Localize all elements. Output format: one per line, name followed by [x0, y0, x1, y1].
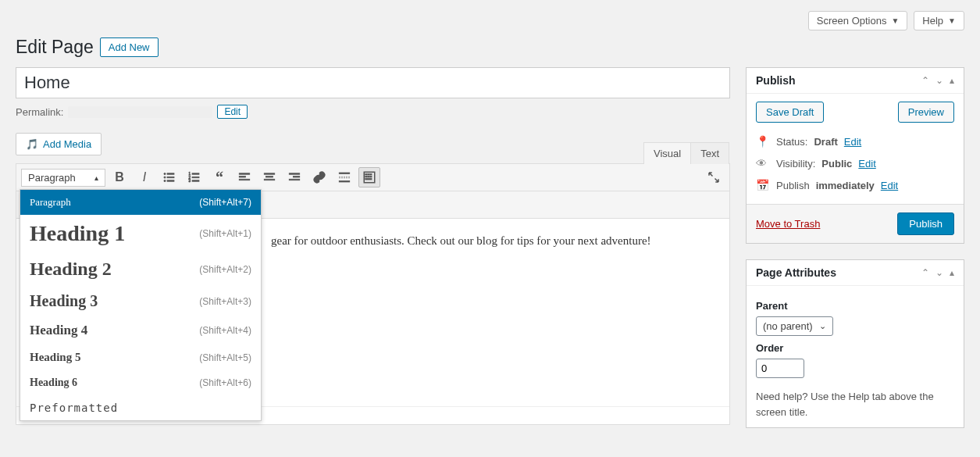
order-label: Order: [756, 342, 954, 354]
svg-rect-18: [289, 173, 300, 175]
svg-rect-28: [365, 177, 367, 178]
svg-point-0: [164, 173, 166, 174]
add-media-button[interactable]: 🎵 Add Media: [16, 133, 102, 155]
svg-rect-12: [239, 173, 250, 175]
triangle-up-icon[interactable]: ▴: [950, 267, 954, 278]
preview-button[interactable]: Preview: [898, 102, 954, 123]
svg-rect-7: [192, 173, 199, 175]
svg-rect-16: [266, 177, 273, 178]
format-option[interactable]: Heading 5(Shift+Alt+5): [20, 345, 261, 370]
svg-rect-20: [289, 179, 300, 180]
svg-rect-26: [368, 174, 369, 176]
format-option[interactable]: Heading 3(Shift+Alt+3): [20, 286, 261, 316]
help-button[interactable]: Help ▼: [914, 11, 964, 30]
screen-options-button[interactable]: Screen Options ▼: [808, 11, 908, 30]
music-note-icon: 🎵: [26, 138, 38, 150]
pin-icon: 📍: [756, 135, 770, 148]
schedule-edit-link[interactable]: Edit: [881, 180, 898, 191]
bulleted-list-button[interactable]: [159, 167, 180, 187]
bold-button[interactable]: B: [109, 167, 130, 187]
svg-point-2: [164, 177, 166, 178]
permalink-label: Permalink:: [16, 106, 63, 118]
read-more-button[interactable]: [333, 167, 355, 187]
format-option[interactable]: Heading 4(Shift+Alt+4): [20, 316, 261, 345]
post-title-input[interactable]: [16, 67, 730, 98]
save-draft-button[interactable]: Save Draft: [756, 102, 824, 123]
order-input[interactable]: [756, 359, 804, 378]
format-option[interactable]: Heading 6(Shift+Alt+6): [20, 370, 261, 395]
svg-point-4: [164, 180, 166, 181]
svg-rect-22: [339, 177, 350, 178]
chevron-down-icon[interactable]: ⌄: [935, 267, 943, 278]
status-edit-link[interactable]: Edit: [844, 136, 861, 148]
svg-rect-9: [192, 177, 199, 178]
format-option[interactable]: Paragraph(Shift+Alt+7): [20, 190, 261, 215]
tab-visual[interactable]: Visual: [643, 142, 691, 165]
blockquote-button[interactable]: “: [208, 167, 230, 187]
tab-text[interactable]: Text: [690, 142, 729, 165]
add-new-button[interactable]: Add New: [100, 37, 159, 57]
page-attributes-title: Page Attributes: [756, 266, 836, 279]
permalink-edit-button[interactable]: Edit: [217, 105, 248, 119]
format-option[interactable]: Heading 2(Shift+Alt+2): [20, 252, 261, 286]
chevron-up-icon[interactable]: ⌃: [921, 267, 929, 278]
parent-label: Parent: [756, 300, 954, 312]
svg-rect-5: [167, 180, 174, 182]
permalink-value: [68, 106, 212, 118]
svg-rect-3: [167, 177, 174, 178]
format-option[interactable]: Preformatted: [20, 395, 261, 420]
svg-rect-30: [370, 177, 372, 178]
chevron-down-icon[interactable]: ⌄: [935, 75, 943, 86]
svg-rect-27: [370, 174, 372, 176]
svg-rect-23: [339, 181, 350, 183]
svg-rect-25: [365, 174, 367, 176]
publish-metabox: Publish ⌃ ⌄ ▴ Save Draft Preview 📍 Statu…: [746, 67, 964, 244]
triangle-down-icon: ▼: [948, 16, 956, 25]
format-dropdown-toggle[interactable]: Paragraph ▴: [21, 169, 105, 187]
parent-select[interactable]: (no parent) ⌄: [756, 316, 833, 336]
publish-title: Publish: [756, 74, 796, 87]
visibility-edit-link[interactable]: Edit: [858, 158, 875, 170]
numbered-list-button[interactable]: 123: [184, 167, 205, 187]
chevron-up-icon[interactable]: ⌃: [921, 75, 929, 86]
format-option[interactable]: Heading 1(Shift+Alt+1): [20, 215, 261, 252]
align-right-button[interactable]: [283, 167, 305, 187]
svg-rect-14: [239, 179, 250, 180]
svg-rect-21: [339, 173, 350, 174]
chevron-down-icon: ⌄: [819, 321, 826, 331]
svg-rect-13: [239, 177, 245, 178]
svg-text:3: 3: [189, 179, 191, 183]
toolbar-toggle-button[interactable]: [358, 167, 380, 187]
move-to-trash-link[interactable]: Move to Trash: [756, 218, 820, 230]
eye-icon: 👁: [756, 157, 770, 170]
align-center-button[interactable]: [258, 167, 280, 187]
format-dropdown-menu: Paragraph(Shift+Alt+7)Heading 1(Shift+Al…: [20, 189, 262, 421]
calendar-icon: 📅: [756, 179, 770, 191]
attributes-help-text: Need help? Use the Help tab above the sc…: [756, 389, 954, 420]
align-left-button[interactable]: [233, 167, 255, 187]
page-title: Edit Page: [16, 37, 94, 58]
svg-rect-15: [264, 173, 275, 175]
italic-button[interactable]: I: [134, 167, 155, 187]
svg-rect-31: [365, 179, 372, 180]
publish-button[interactable]: Publish: [897, 212, 954, 235]
svg-rect-1: [167, 173, 174, 175]
triangle-up-icon: ▴: [94, 173, 98, 182]
link-button[interactable]: [308, 167, 330, 187]
page-attributes-metabox: Page Attributes ⌃ ⌄ ▴ Parent (no parent)…: [746, 259, 964, 428]
svg-rect-29: [368, 177, 369, 178]
svg-rect-19: [294, 177, 300, 178]
triangle-down-icon: ▼: [891, 16, 899, 25]
fullscreen-button[interactable]: [703, 167, 725, 187]
svg-rect-17: [264, 179, 275, 180]
triangle-up-icon[interactable]: ▴: [950, 75, 954, 86]
svg-rect-11: [192, 180, 199, 182]
